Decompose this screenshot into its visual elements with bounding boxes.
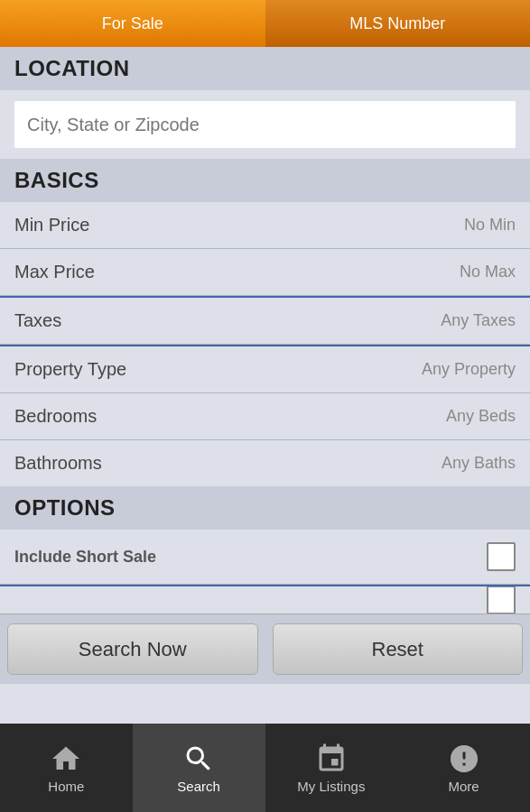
nav-home-label: Home — [48, 779, 84, 794]
min-price-value: No Min — [464, 216, 516, 235]
nav-search[interactable]: Search — [133, 724, 265, 812]
bathrooms-value: Any Baths — [442, 454, 516, 473]
top-tab-bar: For Sale MLS Number — [0, 0, 530, 47]
location-section-header: LOCATION — [0, 47, 530, 90]
min-price-label: Min Price — [14, 215, 89, 235]
max-price-row[interactable]: Max Price No Max — [0, 249, 530, 296]
max-price-label: Max Price — [14, 262, 95, 282]
bathrooms-row[interactable]: Bathrooms Any Baths — [0, 440, 530, 486]
bathrooms-label: Bathrooms — [14, 453, 102, 474]
home-icon — [50, 743, 82, 775]
nav-my-listings-label: My Listings — [297, 779, 365, 794]
bedrooms-row[interactable]: Bedrooms Any Beds — [0, 393, 530, 440]
more-icon — [448, 743, 480, 775]
property-type-row[interactable]: Property Type Any Property — [0, 346, 530, 393]
foreclosure-row-partial — [0, 586, 530, 614]
options-section-header: OPTIONS — [0, 486, 530, 530]
nav-search-label: Search — [177, 779, 220, 794]
basics-area: Min Price No Min Max Price No Max Taxes … — [0, 202, 530, 486]
nav-my-listings[interactable]: My Listings — [265, 724, 398, 812]
short-sale-label: Include Short Sale — [14, 548, 156, 567]
nav-home[interactable]: Home — [0, 724, 133, 812]
taxes-label: Taxes — [14, 310, 61, 331]
bottom-nav-bar: Home Search My Listings Mo — [0, 724, 530, 812]
nav-more-label: More — [449, 779, 479, 794]
short-sale-checkbox[interactable] — [487, 542, 516, 571]
bedrooms-label: Bedrooms — [14, 406, 97, 427]
location-area — [0, 90, 530, 159]
taxes-value: Any Taxes — [441, 311, 516, 330]
short-sale-row[interactable]: Include Short Sale — [0, 530, 530, 585]
bedrooms-value: Any Beds — [446, 407, 516, 426]
tab-mls-number[interactable]: MLS Number — [265, 0, 531, 47]
tab-for-sale[interactable]: For Sale — [0, 0, 265, 47]
nav-more[interactable]: More — [397, 724, 530, 812]
max-price-value: No Max — [460, 263, 516, 281]
search-icon — [182, 743, 215, 775]
action-buttons-bar: Search Now Reset — [0, 614, 530, 684]
search-now-button[interactable]: Search Now — [7, 623, 258, 675]
reset-button[interactable]: Reset — [273, 623, 524, 675]
options-area: Include Short Sale — [0, 530, 530, 614]
min-price-row[interactable]: Min Price No Min — [0, 202, 530, 249]
property-type-label: Property Type — [14, 359, 126, 380]
foreclosure-checkbox-partial[interactable] — [487, 586, 516, 614]
location-input[interactable] — [14, 101, 516, 148]
basics-section-header: BASICS — [0, 159, 530, 202]
taxes-row[interactable]: Taxes Any Taxes — [0, 298, 530, 345]
listings-icon — [315, 743, 348, 775]
property-type-value: Any Property — [422, 360, 516, 379]
